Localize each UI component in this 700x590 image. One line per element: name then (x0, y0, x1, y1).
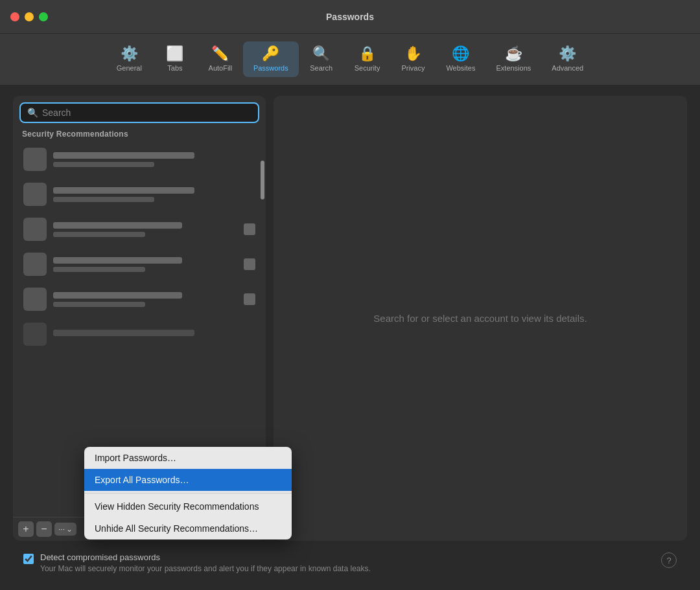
autofill-icon: ✏️ (211, 47, 229, 61)
search-toolbar-icon: 🔍 (312, 47, 330, 61)
item-domain (53, 152, 194, 159)
avatar (23, 288, 47, 311)
item-user (53, 232, 145, 237)
window-title: Passwords (326, 12, 374, 22)
toolbar-item-security[interactable]: 🔒 Security (344, 41, 391, 77)
toolbar-label-general: General (117, 64, 142, 72)
toolbar-item-search[interactable]: 🔍 Search (299, 41, 344, 77)
detect-text: Detect compromised passwords Your Mac wi… (40, 552, 655, 573)
item-info (53, 187, 255, 202)
list-item[interactable] (18, 247, 261, 281)
add-button[interactable]: + (18, 521, 34, 537)
maximize-button[interactable] (39, 12, 48, 21)
toolbar-item-general[interactable]: ⚙️ General (106, 41, 152, 77)
menu-divider (84, 493, 292, 494)
close-button[interactable] (10, 12, 19, 21)
titlebar: Passwords (0, 0, 700, 34)
toolbar-item-extensions[interactable]: ☕ Extensions (485, 41, 541, 77)
toolbar-item-tabs[interactable]: ⬜ Tabs (152, 41, 198, 77)
more-dots-icon: ··· (58, 525, 65, 534)
item-user (53, 162, 154, 167)
toolbar-item-advanced[interactable]: ⚙️ Advanced (541, 41, 594, 77)
toolbar-label-advanced: Advanced (552, 64, 583, 72)
list-item[interactable] (18, 212, 261, 246)
item-domain (53, 330, 194, 336)
list-item[interactable] (18, 177, 261, 211)
item-user (53, 267, 145, 272)
avatar (23, 253, 47, 276)
chevron-down-icon: ⌄ (66, 525, 73, 534)
context-menu: Import Passwords… Export All Passwords… … (84, 447, 292, 539)
search-input[interactable] (42, 108, 251, 118)
menu-item-import[interactable]: Import Passwords… (84, 447, 292, 469)
window-controls (10, 12, 48, 21)
detect-description: Your Mac will securely monitor your pass… (40, 564, 655, 573)
toolbar-label-extensions: Extensions (496, 64, 531, 72)
toolbar-item-privacy[interactable]: ✋ Privacy (390, 41, 436, 77)
toolbar-label-privacy: Privacy (401, 64, 425, 72)
menu-item-export[interactable]: Export All Passwords… (84, 469, 292, 491)
toolbar-label-passwords: Passwords (253, 64, 288, 72)
item-user (53, 197, 154, 202)
detect-title: Detect compromised passwords (40, 552, 655, 562)
warning-icon (244, 258, 255, 270)
toolbar-item-passwords[interactable]: 🔑 Passwords (243, 41, 299, 77)
item-info (53, 257, 237, 272)
toolbar-label-security: Security (355, 64, 380, 72)
empty-state-text: Search for or select an account to view … (373, 313, 587, 324)
item-domain (53, 292, 182, 299)
toolbar-item-autofill[interactable]: ✏️ AutoFill (198, 41, 243, 77)
item-domain (53, 187, 194, 194)
help-button[interactable]: ? (661, 552, 677, 568)
avatar (23, 148, 47, 171)
list-item[interactable] (18, 282, 261, 316)
detect-checkbox[interactable] (23, 554, 34, 564)
toolbar-label-tabs: Tabs (167, 64, 182, 72)
search-icon: 🔍 (27, 108, 38, 118)
toolbar-item-websites[interactable]: 🌐 Websites (436, 41, 485, 77)
main-content: 🔍 Security Recommendations (0, 85, 700, 590)
warning-icon (244, 223, 255, 235)
detect-row: Detect compromised passwords Your Mac wi… (13, 546, 687, 580)
list-item[interactable] (18, 142, 261, 176)
extensions-icon: ☕ (505, 47, 522, 61)
tabs-icon: ⬜ (166, 47, 183, 61)
item-info (53, 222, 237, 237)
remove-button[interactable]: − (36, 521, 52, 537)
websites-icon: 🌐 (452, 47, 469, 61)
item-info (53, 152, 255, 167)
item-info (53, 292, 237, 307)
section-header: Security Recommendations (13, 123, 266, 142)
minimize-button[interactable] (25, 12, 34, 21)
item-domain (53, 222, 182, 229)
item-user (53, 302, 145, 307)
list-item[interactable] (18, 317, 261, 351)
right-panel: Search for or select an account to view … (274, 96, 687, 541)
toolbar-label-autofill: AutoFill (209, 64, 233, 72)
privacy-icon: ✋ (404, 47, 422, 61)
item-domain (53, 257, 182, 264)
passwords-icon: 🔑 (262, 47, 279, 61)
toolbar-label-search: Search (310, 64, 332, 72)
toolbar: ⚙️ General ⬜ Tabs ✏️ AutoFill 🔑 Password… (0, 34, 700, 85)
security-icon: 🔒 (358, 47, 376, 61)
menu-item-view-hidden[interactable]: View Hidden Security Recommendations (84, 495, 292, 517)
advanced-icon: ⚙️ (559, 47, 576, 61)
scrollbar-handle[interactable] (261, 161, 264, 199)
avatar (23, 323, 47, 346)
more-button[interactable]: ··· ⌄ (54, 523, 76, 536)
avatar (23, 183, 47, 206)
item-info (53, 330, 255, 339)
menu-item-unhide[interactable]: Unhide All Security Recommendations… (84, 517, 292, 539)
warning-icon (244, 293, 255, 305)
toolbar-label-websites: Websites (446, 64, 475, 72)
gear-icon: ⚙️ (121, 47, 138, 61)
search-bar: 🔍 (19, 102, 259, 123)
search-wrapper: 🔍 (13, 96, 266, 123)
avatar (23, 218, 47, 241)
